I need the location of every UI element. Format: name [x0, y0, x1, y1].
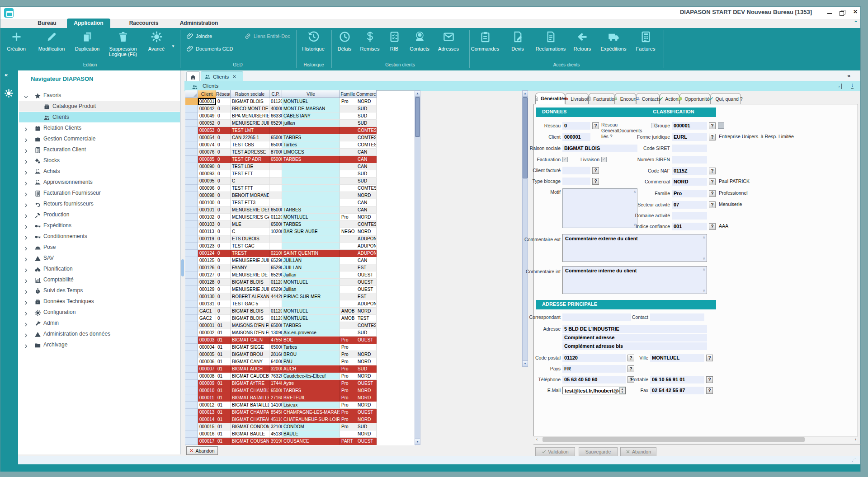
table-row[interactable]: 00000801BIGMAT CAUDEBEC76320Caudebec-lès…	[185, 373, 377, 380]
row-selector[interactable]	[185, 127, 198, 134]
grid-cell[interactable]: TEST GAC 5	[231, 300, 269, 308]
lookup-button[interactable]: ?	[709, 223, 716, 230]
row-selector[interactable]	[185, 206, 198, 214]
grid-cell[interactable]: NORD	[356, 373, 377, 380]
grid-cell[interactable]	[340, 141, 356, 149]
sidebar-item-suivi-des-temps[interactable]: Suivi des Temps	[24, 286, 179, 295]
secteur-activite-field[interactable]: 07	[672, 201, 707, 209]
grid-cell[interactable]: LIMOGES	[282, 149, 340, 156]
grid-cell[interactable]: Pro	[340, 409, 356, 416]
table-row[interactable]: 00001201BIGMAT BATAILLE LISIEUX14100Lisi…	[185, 402, 377, 409]
grid-cell[interactable]: 0	[216, 308, 231, 315]
grid-cell[interactable]: 0	[216, 185, 231, 192]
table-row[interactable]: 00000401BIGMAT SIEGE65000TarbesPro	[185, 344, 377, 351]
grid-cell[interactable]: BIGMAT CONDOM	[231, 423, 269, 430]
grid-cell[interactable]: BRETEUIL	[282, 394, 340, 402]
table-row[interactable]: 0000740TEST CBS65000TarbesCOMTEST	[185, 141, 377, 149]
grid-cell[interactable]: TEST FTT	[231, 170, 269, 178]
grid-cell[interactable]: ADUPONT	[356, 243, 377, 250]
grid-cell[interactable]: 01	[216, 344, 231, 351]
grid-cell[interactable]: 13090	[269, 329, 282, 337]
grid-header-selector[interactable]	[185, 90, 198, 98]
grid-cell[interactable]: BIGMAT CHATEAUNEUF	[231, 416, 269, 423]
row-selector[interactable]	[185, 141, 198, 149]
grid-cell[interactable]: CONDOM	[282, 423, 340, 430]
grid-cell[interactable]	[282, 178, 340, 185]
grid-cell[interactable]: FANNY	[231, 264, 269, 271]
grid-column-header-ville[interactable]: Ville	[282, 90, 340, 98]
row-selector[interactable]	[185, 380, 198, 387]
row-selector[interactable]	[185, 416, 198, 423]
grid-cell[interactable]: 01	[216, 409, 231, 416]
grid-cell[interactable]: 0	[216, 98, 231, 105]
table-row[interactable]: 00000601BIGMAT CANY64000PAUProNORD	[185, 358, 377, 365]
grid-cell[interactable]: 000049	[198, 112, 216, 120]
grid-cell[interactable]: NORD	[356, 387, 377, 394]
restore-button[interactable]	[837, 8, 847, 16]
grid-cell[interactable]: BROU	[282, 351, 340, 358]
row-selector[interactable]	[185, 235, 198, 243]
detail-tab-facturation[interactable]: Facturation	[589, 93, 615, 104]
scroll-up-icon[interactable]: ∧	[703, 235, 705, 239]
ribbon-button-creation[interactable]: Création	[0, 30, 33, 68]
grid-cell[interactable]: 01	[216, 402, 231, 409]
table-row[interactable]: 00001601BIGMAT BAULE45130BAULENORD	[185, 430, 377, 438]
grid-cell[interactable]: 000124	[198, 250, 216, 257]
ribbon-button-devis[interactable]: Devis	[501, 30, 534, 68]
grid-cell[interactable]: Pro	[340, 365, 356, 373]
row-selector[interactable]	[185, 163, 198, 170]
sidebar-item-production[interactable]: Production	[24, 210, 179, 220]
grid-cell[interactable]: MONTLUEL	[282, 98, 340, 105]
abandon-button[interactable]: Abandon	[620, 447, 656, 456]
grid-cell[interactable]: 000096	[198, 185, 216, 192]
grid-cell[interactable]: TEST LMT	[231, 127, 269, 134]
portable-field[interactable]: 06 10 56 91 01	[650, 376, 704, 383]
grid-cell[interactable]: 14100	[269, 402, 282, 409]
grid-cell[interactable]: 76320	[269, 373, 282, 380]
grid-cell[interactable]: NORD	[356, 351, 377, 358]
grid-cell[interactable]: 17440	[269, 380, 282, 387]
grid-cell[interactable]: BIGMAT AYTRE	[231, 380, 269, 387]
sidebar-item-conditionnements[interactable]: Conditionnements	[24, 232, 179, 241]
grid-cell[interactable]: 01120	[269, 308, 282, 315]
grid-cell[interactable]: BOE	[282, 337, 340, 344]
grid-cell[interactable]: CAN	[356, 199, 377, 206]
grid-cell[interactable]: 47550	[269, 337, 282, 344]
grid-cell[interactable]: BPA MENUISERIE	[231, 112, 269, 120]
table-row[interactable]: 0001250MENUISERIE JUILLANAIS65290JUILLAN…	[185, 257, 377, 264]
grid-cell[interactable]: 000076	[198, 149, 216, 156]
ville-field[interactable]: MONTLUEL	[650, 354, 704, 362]
grid-cell[interactable]: Pro	[340, 351, 356, 358]
grid-cell[interactable]: 000098	[198, 192, 216, 199]
grid-cell[interactable]: juillan	[282, 120, 340, 127]
grid-cell[interactable]	[340, 279, 356, 286]
close-button[interactable]: ✕	[851, 8, 860, 16]
grid-cell[interactable]	[340, 112, 356, 120]
grid-cell[interactable]	[340, 192, 356, 199]
grid-cell[interactable]: 65290	[269, 264, 282, 271]
grid-cell[interactable]: 0	[216, 300, 231, 308]
row-selector[interactable]	[185, 192, 198, 199]
grid-cell[interactable]: Tarbes	[282, 344, 340, 351]
table-row[interactable]: 0001310TEST GAC 5ADUPONT	[185, 300, 377, 308]
grid-cell[interactable]: BIGMAT BATAILLE LISIEUX	[231, 402, 269, 409]
grid-cell[interactable]	[282, 235, 340, 243]
sidebar-item-favoris[interactable]: Favoris	[24, 91, 179, 100]
detail-tab-opportunites[interactable]: Opportunités	[679, 93, 710, 104]
grid-cell[interactable]: Pro	[340, 380, 356, 387]
row-selector[interactable]	[185, 293, 198, 300]
grid-cell[interactable]: 000008	[198, 373, 216, 380]
grid-cell[interactable]: OUEST	[356, 380, 377, 387]
grid-cell[interactable]: Pro	[340, 337, 356, 344]
sidebar-item-approvisionnements[interactable]: Approvisionnements	[24, 178, 179, 187]
ribbon-button-joindre[interactable]: Joindre	[186, 32, 212, 41]
grid-cell[interactable]: 0	[216, 293, 231, 300]
grid-cell[interactable]: AMOB	[340, 308, 356, 315]
grid-cell[interactable]: 01	[216, 358, 231, 365]
grid-cell[interactable]: 01	[216, 337, 231, 344]
row-selector[interactable]	[185, 337, 198, 344]
grid-cell[interactable]: ROBERT ALEXANDRE EN	[231, 293, 269, 300]
grid-cell[interactable]: 65000	[269, 141, 282, 149]
grid-cell[interactable]: CAN 22265 1	[231, 134, 269, 141]
grid-cell[interactable]: Caudebec-lès-Elbeuf	[282, 373, 340, 380]
